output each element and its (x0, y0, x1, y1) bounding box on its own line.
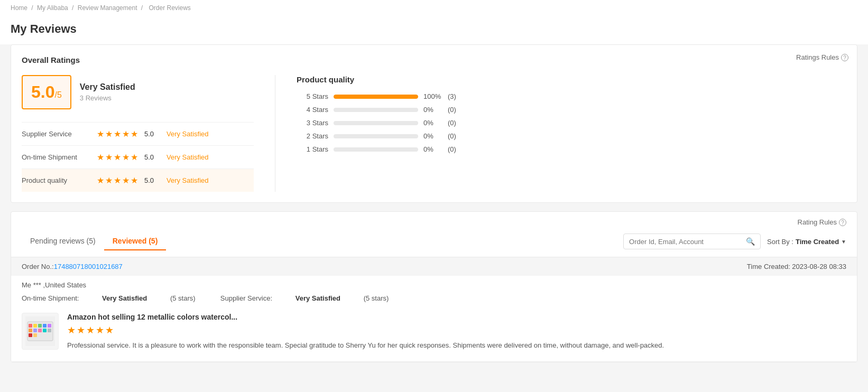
supplier-meta-label: Supplier Service: (220, 294, 272, 302)
order-no-label: Order No.: (22, 263, 54, 270)
breadcrumb-current: Order Reviews (149, 4, 191, 12)
product-thumbnail (22, 313, 59, 350)
shipment-label: On-time Shipment (22, 153, 90, 161)
score-section: 5.0/5 Very Satisfied 3 Reviews (22, 75, 254, 109)
svg-rect-4 (38, 324, 42, 328)
quality-stars: ★ ★ ★ ★ ★ (97, 175, 138, 185)
svg-rect-3 (33, 324, 37, 328)
bar-5-fill (334, 95, 418, 99)
score-box: 5.0/5 (22, 75, 71, 109)
bar-2-pct: 0% (423, 132, 442, 140)
bar-3-track (334, 121, 418, 125)
bar-5-count: (3) (448, 92, 456, 100)
supplier-meta-stars: (5 stars) (364, 294, 389, 302)
breadcrumb-sep1: / (31, 4, 35, 12)
shipment-score: 5.0 (144, 153, 160, 161)
overall-ratings-title: Overall Ratings (22, 55, 846, 64)
ratings-rules-top[interactable]: Ratings Rules ? (796, 53, 848, 61)
quality-label: Product quality (22, 176, 90, 184)
search-box[interactable]: 🔍 (623, 234, 761, 249)
svg-rect-9 (38, 329, 42, 332)
svg-rect-11 (48, 329, 51, 332)
bar-4-label: 4 Stars (297, 106, 328, 114)
bar-3-count: (0) (448, 119, 456, 127)
bar-4-track (334, 108, 418, 112)
ratings-left: 5.0/5 Very Satisfied 3 Reviews Supplier … (22, 75, 275, 192)
svg-rect-5 (43, 324, 47, 328)
product-review-text: Professional service. It is a pleasure t… (67, 340, 846, 351)
product-info: Amazon hot selling 12 metallic colors wa… (67, 313, 846, 351)
shipment-meta-value: Very Satisfied (102, 294, 147, 302)
svg-rect-6 (48, 324, 51, 328)
ratings-rules-label: Ratings Rules (796, 53, 839, 61)
search-input[interactable] (629, 238, 742, 246)
sort-by-value: Time Created (796, 238, 839, 246)
supplier-meta-value: Very Satisfied (296, 294, 340, 302)
tabs-header: Pending reviews (5) Reviewed (5) 🔍 Sort … (11, 226, 857, 257)
score-label: Very Satisfied (80, 82, 135, 92)
breadcrumb-myalibaba[interactable]: My Alibaba (37, 4, 68, 12)
breadcrumb-sep3: / (141, 4, 145, 12)
rating-row-supplier: Supplier Service ★ ★ ★ ★ ★ 5.0 Very Sati… (22, 122, 254, 145)
svg-rect-2 (29, 324, 32, 328)
breadcrumb-review[interactable]: Review Management (78, 4, 137, 12)
tabs-section: Rating Rules ? Pending reviews (5) Revie… (11, 211, 857, 362)
product-name: Amazon hot selling 12 metallic colors wa… (67, 313, 846, 321)
quality-score: 5.0 (144, 176, 160, 184)
shipment-status: Very Satisfied (167, 153, 209, 161)
score-reviews: 3 Reviews (80, 94, 135, 102)
rating-row-shipment: On-time Shipment ★ ★ ★ ★ ★ 5.0 Very Sati… (22, 145, 254, 169)
bar-row-3: 3 Stars 0% (0) (297, 119, 846, 127)
bar-4-count: (0) (448, 106, 456, 114)
svg-rect-12 (29, 333, 32, 337)
order-no-link[interactable]: 174880718001021687 (54, 263, 123, 270)
breadcrumb: Home / My Alibaba / Review Management / … (0, 0, 868, 16)
shipment-meta-label: On-time Shipment: (22, 294, 79, 302)
bar-3-label: 3 Stars (297, 119, 328, 127)
search-icon[interactable]: 🔍 (746, 237, 755, 246)
shipment-meta-stars: (5 stars) (170, 294, 196, 302)
breadcrumb-home[interactable]: Home (11, 4, 27, 12)
tab-pending[interactable]: Pending reviews (5) (22, 232, 104, 250)
bar-1-label: 1 Stars (297, 145, 328, 153)
review-order-bar: Order No.: 174880718001021687 Time Creat… (11, 257, 857, 276)
product-thumb-svg (25, 316, 55, 346)
bar-2-count: (0) (448, 132, 456, 140)
ratings-content: 5.0/5 Very Satisfied 3 Reviews Supplier … (22, 75, 846, 192)
bar-5-label: 5 Stars (297, 92, 328, 100)
ratings-rules-icon: ? (841, 54, 848, 61)
sort-by[interactable]: Sort By : Time Created ▼ (767, 238, 846, 246)
bar-1-count: (0) (448, 145, 456, 153)
bar-row-1: 1 Stars 0% (0) (297, 145, 846, 153)
ratings-card: Ratings Rules ? Overall Ratings 5.0/5 Ve… (11, 44, 857, 203)
svg-rect-7 (29, 329, 32, 332)
bar-2-track (334, 134, 418, 138)
score-value: 5.0 (31, 82, 54, 101)
sort-by-label: Sort By : (767, 238, 793, 246)
review-user-info: Me *** ,United States (11, 276, 857, 292)
tab-reviewed[interactable]: Reviewed (5) (104, 232, 167, 250)
bar-row-5: 5 Stars 100% (3) (297, 92, 846, 100)
rating-rules-bottom-icon: ? (839, 219, 846, 226)
bar-1-pct: 0% (423, 145, 442, 153)
breadcrumb-sep2: / (72, 4, 76, 12)
shipment-stars: ★ ★ ★ ★ ★ (97, 152, 138, 162)
supplier-service-status: Very Satisfied (167, 130, 209, 138)
score-denom: /5 (54, 90, 61, 99)
review-item: Order No.: 174880718001021687 Time Creat… (11, 257, 857, 362)
bar-4-pct: 0% (423, 106, 442, 114)
ratings-right: Product quality 5 Stars 100% (3) 4 Stars… (275, 75, 846, 192)
bar-1-track (334, 147, 418, 152)
quality-status: Very Satisfied (167, 176, 209, 184)
score-info: Very Satisfied 3 Reviews (80, 82, 135, 102)
bar-3-pct: 0% (423, 119, 442, 127)
rating-rules-bottom-label: Rating Rules (798, 218, 837, 226)
page-title: My Reviews (0, 16, 868, 44)
bar-row-2: 2 Stars 0% (0) (297, 132, 846, 140)
bar-2-label: 2 Stars (297, 132, 328, 140)
svg-rect-10 (43, 329, 47, 332)
rating-rules-bottom[interactable]: Rating Rules ? (11, 212, 857, 226)
svg-rect-13 (33, 333, 37, 337)
supplier-service-score: 5.0 (144, 130, 160, 138)
supplier-service-label: Supplier Service (22, 130, 90, 138)
